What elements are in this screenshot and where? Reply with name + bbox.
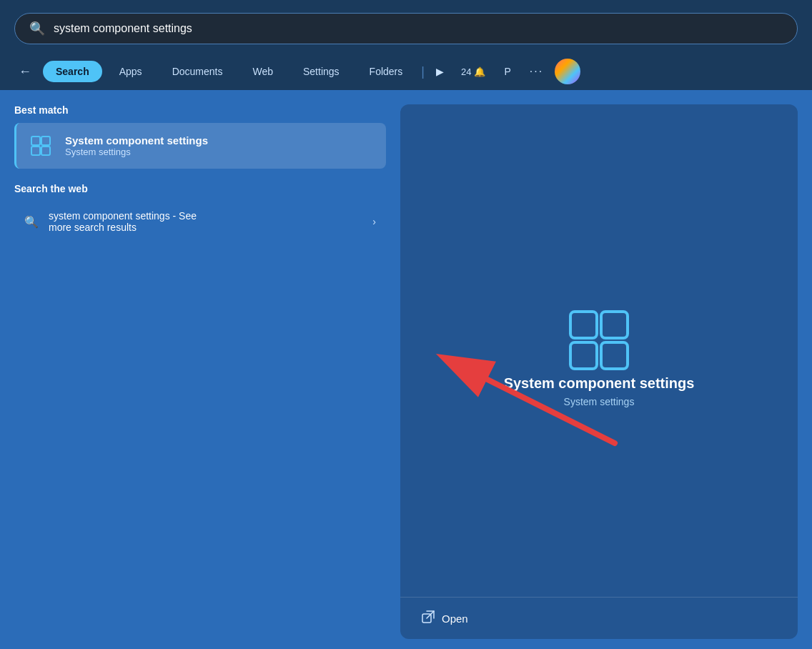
right-panel: System component settings System setting… — [400, 104, 798, 639]
svg-rect-2 — [31, 147, 40, 155]
web-result-text: system component settings - See more sea… — [49, 210, 362, 233]
back-button[interactable]: ← — [11, 60, 39, 84]
web-search-icon: 🔍 — [24, 215, 39, 229]
best-match-item[interactable]: System component settings System setting… — [14, 123, 386, 169]
search-input[interactable] — [54, 22, 783, 35]
search-bar-container: 🔍 — [0, 0, 812, 53]
svg-rect-5 — [601, 312, 628, 338]
right-panel-top: System component settings System setting… — [400, 104, 798, 597]
app-icon-large — [567, 308, 631, 375]
best-match-subtitle: System settings — [65, 147, 375, 157]
play-button[interactable]: ▶ — [430, 61, 450, 81]
web-result-item[interactable]: 🔍 system component settings - See more s… — [14, 202, 386, 242]
tab-folders[interactable]: Folders — [357, 61, 416, 82]
tab-settings[interactable]: Settings — [290, 61, 352, 82]
left-panel: Best match System component settings Sys… — [14, 104, 386, 639]
search-web-label: Search the web — [14, 183, 386, 194]
tab-web[interactable]: Web — [239, 61, 286, 82]
tab-apps[interactable]: Apps — [107, 61, 155, 82]
more-button[interactable]: ··· — [523, 61, 550, 82]
app-name-large: System component settings — [504, 375, 695, 392]
search-bar: 🔍 — [14, 13, 798, 44]
profile-initial[interactable]: P — [497, 61, 518, 81]
system-settings-icon — [28, 133, 54, 159]
tabs-container: ← Search Apps Documents Web Settings Fol… — [0, 53, 812, 90]
tab-divider: | — [420, 64, 426, 79]
svg-rect-0 — [31, 137, 40, 145]
svg-rect-4 — [570, 312, 597, 338]
notification-icon: 🔔 — [474, 66, 485, 77]
main-content: Best match System component settings Sys… — [0, 90, 812, 649]
copilot-icon[interactable] — [555, 59, 580, 84]
app-type-large: System settings — [564, 396, 635, 407]
tab-documents[interactable]: Documents — [159, 61, 236, 82]
best-match-label: Best match — [14, 104, 386, 116]
best-match-text: System component settings System setting… — [65, 134, 375, 157]
tab-search[interactable]: Search — [43, 61, 102, 82]
svg-rect-1 — [41, 137, 50, 145]
search-icon: 🔍 — [29, 21, 45, 36]
web-result-title: system component settings - See more sea… — [49, 210, 362, 233]
svg-rect-3 — [41, 147, 50, 155]
open-external-icon — [422, 610, 435, 626]
best-match-title: System component settings — [65, 134, 375, 147]
open-label[interactable]: Open — [442, 613, 468, 625]
notification-count[interactable]: 24 🔔 — [454, 62, 492, 81]
web-result-arrow-icon: › — [372, 216, 376, 227]
count-number: 24 — [461, 66, 471, 77]
right-panel-actions: Open — [400, 598, 798, 639]
svg-rect-7 — [601, 342, 628, 369]
svg-rect-6 — [570, 342, 597, 369]
